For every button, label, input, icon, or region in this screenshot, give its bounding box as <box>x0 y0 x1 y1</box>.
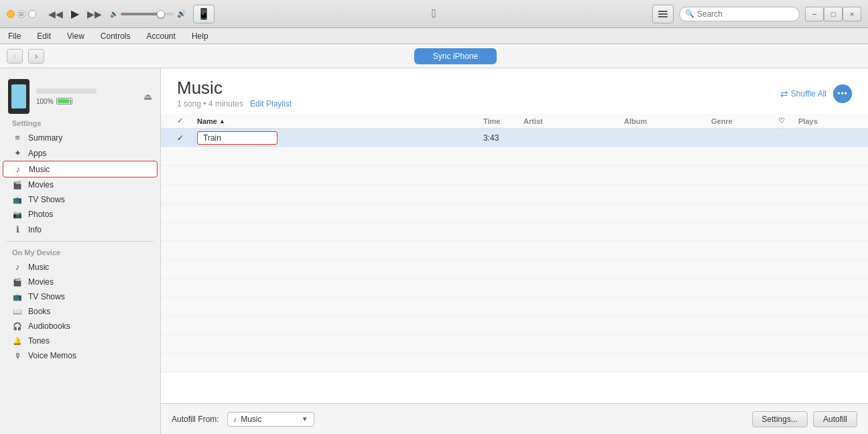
shuffle-all-button[interactable]: ⇄ Shuffle All <box>780 88 826 99</box>
row-heart[interactable]: ♡ <box>778 133 798 143</box>
device-screen <box>11 84 26 108</box>
sidebar-label-apps: Apps <box>28 149 46 158</box>
bottom-bar: Autofill From: ♪ Music ▼ Settings... Aut… <box>161 403 868 434</box>
sidebar-item-info[interactable]: ℹ Info <box>3 222 158 237</box>
next-button[interactable]: ▶▶ <box>84 7 105 21</box>
sidebar-item-summary[interactable]: ≡ Summary <box>3 130 158 145</box>
heart-col-icon: ♡ <box>778 117 785 125</box>
sidebar-label-device-tvshows: TV Shows <box>28 292 65 301</box>
win-close-button[interactable]: × <box>843 7 861 21</box>
sidebar-item-device-books[interactable]: 📖 Books <box>3 304 158 319</box>
list-view-button[interactable] <box>652 5 674 23</box>
restore-button[interactable]: ⊞ <box>17 10 25 18</box>
menu-help[interactable]: Help <box>189 30 211 42</box>
sidebar-label-device-movies: Movies <box>28 277 54 287</box>
autofill-source-select[interactable]: ♪ Music ▼ <box>227 412 314 427</box>
th-genre[interactable]: Genre <box>711 117 778 125</box>
apple-logo-icon:  <box>432 7 436 21</box>
artist-col-label: Artist <box>523 117 543 125</box>
album-col-label: Album <box>624 117 647 125</box>
th-time[interactable]: Time <box>483 117 523 125</box>
settings-button[interactable]: Settings... <box>752 411 808 427</box>
volume-thumb[interactable] <box>157 10 165 18</box>
device-image <box>8 79 29 114</box>
prev-button[interactable]: ◀◀ <box>46 7 66 21</box>
search-input[interactable] <box>697 9 794 19</box>
device-voicememos-icon: 🎙 <box>12 352 23 360</box>
sidebar-item-device-movies[interactable]: 🎬 Movies <box>3 275 158 289</box>
nav-bar: ‹ › Sync iPhone <box>0 44 868 68</box>
name-col-label: Name <box>197 117 217 125</box>
table-row-empty-5 <box>161 222 868 241</box>
battery-fill <box>58 99 69 103</box>
plays-col-label: Plays <box>798 117 818 125</box>
eject-button[interactable]: ⏏ <box>143 91 152 102</box>
sidebar-label-device-music: Music <box>28 263 49 272</box>
win-minimize-button[interactable]: − <box>805 7 824 21</box>
menu-bar: File Edit View Controls Account Help <box>0 28 868 44</box>
th-plays[interactable]: Plays <box>798 117 852 125</box>
menu-account[interactable]: Account <box>144 30 178 42</box>
more-button[interactable]: ••• <box>833 84 852 103</box>
table-row-empty-2 <box>161 166 868 185</box>
forward-button[interactable]: › <box>28 49 44 64</box>
device-icon: 📱 <box>197 7 210 20</box>
row-check-icon: ✓ <box>177 133 184 143</box>
content-area: Music 1 song • 4 minutes Edit Playlist ⇄… <box>161 68 868 434</box>
sync-button[interactable]: Sync iPhone <box>414 48 497 64</box>
sidebar: 100% ⏏ Settings ≡ Summary ✦ Apps ♪ Music <box>0 68 161 434</box>
device-name-bar <box>36 88 97 94</box>
song-name-box[interactable]: Train <box>197 131 277 145</box>
sidebar-item-device-tvshows[interactable]: 📺 TV Shows <box>3 289 158 304</box>
volume-slider[interactable]: 🔈 🔊 <box>110 9 186 18</box>
th-album[interactable]: Album <box>624 117 711 125</box>
sidebar-on-my-device-label: On My Device <box>3 246 158 259</box>
sidebar-item-device-audiobooks[interactable]: 🎧 Audiobooks <box>3 319 158 334</box>
close-button[interactable] <box>28 10 36 18</box>
sidebar-item-apps[interactable]: ✦ Apps <box>3 145 158 161</box>
th-name[interactable]: Name ▲ <box>197 117 483 125</box>
sidebar-item-movies[interactable]: 🎬 Movies <box>3 177 158 192</box>
minimize-button[interactable] <box>7 10 15 18</box>
sidebar-item-settings-label: Settings <box>3 117 158 130</box>
sidebar-label-device-books: Books <box>28 307 50 316</box>
header-actions: ⇄ Shuffle All ••• <box>780 84 852 103</box>
volume-track[interactable] <box>121 13 174 15</box>
autofill-button[interactable]: Autofill <box>813 411 857 427</box>
menu-controls[interactable]: Controls <box>98 30 133 42</box>
table-row[interactable]: ✓ Train 3:43 ♡ <box>161 129 868 147</box>
shuffle-label: Shuffle All <box>791 89 826 98</box>
title-bar-right: 🔍 − □ × <box>652 5 861 23</box>
edit-playlist-link[interactable]: Edit Playlist <box>250 99 292 108</box>
device-button[interactable]: 📱 <box>193 5 214 23</box>
sidebar-item-device-voicememos[interactable]: 🎙 Voice Memos <box>3 348 158 363</box>
table-row-empty-6 <box>161 241 868 260</box>
autofill-chevron-icon: ▼ <box>302 415 308 423</box>
menu-file[interactable]: File <box>5 30 23 42</box>
sidebar-item-tvshows[interactable]: 📺 TV Shows <box>3 192 158 207</box>
sidebar-item-photos[interactable]: 📷 Photos <box>3 207 158 222</box>
autofill-source-label: Music <box>241 415 261 424</box>
th-artist[interactable]: Artist <box>523 117 624 125</box>
search-box[interactable]: 🔍 <box>679 7 800 21</box>
sidebar-item-device-music[interactable]: ♪ Music <box>3 259 158 275</box>
device-movies-icon: 🎬 <box>12 278 23 287</box>
menu-edit[interactable]: Edit <box>34 30 54 42</box>
back-button[interactable]: ‹ <box>7 49 23 64</box>
summary-icon: ≡ <box>12 133 23 143</box>
transport-controls: ◀◀ ▶ ▶▶ <box>46 6 105 21</box>
row-time: 3:43 <box>483 133 523 143</box>
battery-bar <box>56 98 72 104</box>
sidebar-item-device-tones[interactable]: 🔔 Tones <box>3 334 158 348</box>
music-table: ✓ Name ▲ Time Artist Album Genre <box>161 114 868 403</box>
play-button[interactable]: ▶ <box>68 6 82 21</box>
sidebar-item-music[interactable]: ♪ Music <box>3 161 158 177</box>
content-header: Music 1 song • 4 minutes Edit Playlist ⇄… <box>161 68 868 114</box>
table-row-empty-12 <box>161 354 868 372</box>
table-row-empty-8 <box>161 279 868 297</box>
menu-view[interactable]: View <box>64 30 87 42</box>
sidebar-label-device-tones: Tones <box>28 336 50 346</box>
win-maximize-button[interactable]: □ <box>824 7 843 21</box>
tvshows-icon: 📺 <box>12 196 23 204</box>
sidebar-label-music: Music <box>29 165 50 174</box>
